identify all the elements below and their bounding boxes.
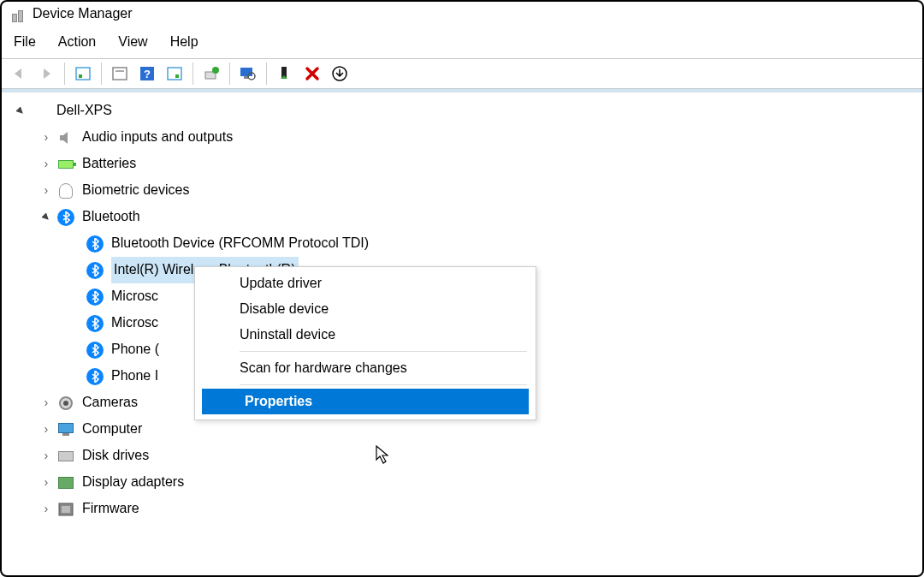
svg-rect-1: [79, 74, 82, 78]
ctx-scan-hardware[interactable]: Scan for hardware changes: [197, 355, 534, 381]
tree-item-label: Bluetooth: [82, 204, 140, 229]
ctx-separator: [240, 384, 527, 385]
computer-icon: [31, 102, 50, 121]
expander-icon[interactable]: ›: [39, 471, 53, 495]
svg-text:?: ?: [144, 68, 151, 80]
expander-icon[interactable]: [39, 213, 53, 222]
tree-item-label: Display adapters: [82, 469, 184, 495]
svg-rect-16: [62, 506, 70, 513]
tree-item-firmware[interactable]: › Firmware: [7, 496, 922, 522]
toolbar-separator: [192, 62, 193, 85]
menu-action[interactable]: Action: [58, 34, 96, 50]
toolbar-separator: [266, 62, 267, 85]
expander-icon[interactable]: ›: [39, 444, 53, 468]
menu-view[interactable]: View: [118, 34, 147, 50]
help-toolbar-button[interactable]: ?: [135, 62, 159, 86]
svg-rect-6: [168, 68, 181, 80]
expander-icon[interactable]: [14, 107, 27, 116]
scan-hardware-toolbar-button[interactable]: [236, 62, 260, 86]
tree-item-display[interactable]: › Display adapters: [7, 469, 922, 496]
tree-item-label: Cameras: [82, 390, 138, 415]
app-icon: [9, 5, 26, 22]
ctx-properties[interactable]: Properties: [202, 389, 529, 414]
fingerprint-icon: [56, 181, 75, 200]
more-actions-button[interactable]: [328, 62, 352, 86]
tree-item-label: Disk drives: [82, 443, 149, 468]
window-title: Device Manager: [33, 6, 133, 21]
tree-item-biometric[interactable]: › Biometric devices: [7, 177, 922, 204]
expander-icon[interactable]: ›: [39, 391, 53, 415]
tree-item-bluetooth[interactable]: Bluetooth: [7, 204, 922, 230]
bluetooth-icon: [86, 341, 104, 360]
tree-item-label: Computer: [82, 416, 142, 442]
svg-point-9: [212, 67, 219, 74]
update-driver-toolbar-button[interactable]: [199, 62, 223, 86]
tree-root[interactable]: Dell-XPS: [7, 98, 922, 124]
ctx-update-driver[interactable]: Update driver: [197, 271, 534, 296]
toolbar-separator: [101, 62, 102, 85]
bluetooth-icon: [86, 314, 104, 333]
tree-item-label: Audio inputs and outputs: [82, 124, 233, 150]
monitor-icon: [56, 420, 75, 439]
title-bar: Device Manager: [2, 2, 922, 27]
tree-item-label: Phone I: [111, 363, 158, 389]
tree-item-label: Firmware: [82, 496, 139, 521]
menu-bar: File Action View Help: [2, 27, 922, 58]
device-tree-pane: Dell-XPS › Audio inputs and outputs › Ba…: [2, 92, 922, 554]
tree-item-label: Microsc: [111, 310, 158, 336]
svg-rect-0: [76, 68, 90, 80]
svg-rect-10: [240, 68, 252, 76]
svg-rect-2: [113, 68, 127, 80]
enable-device-toolbar-button[interactable]: [273, 62, 297, 86]
svg-rect-7: [175, 74, 179, 78]
toolbar-separator: [229, 62, 230, 85]
tree-item-label: Phone (: [111, 336, 159, 362]
show-hidden-button[interactable]: [71, 62, 95, 86]
forward-button[interactable]: [34, 62, 58, 86]
firmware-icon: [56, 500, 75, 519]
bluetooth-icon: [86, 261, 104, 280]
expander-icon[interactable]: ›: [39, 152, 53, 176]
expander-icon[interactable]: ›: [39, 497, 53, 521]
back-button[interactable]: [7, 62, 31, 86]
uninstall-toolbar-button[interactable]: [300, 62, 324, 86]
bluetooth-icon: [86, 367, 104, 386]
battery-icon: [56, 155, 75, 174]
ctx-disable-device[interactable]: Disable device: [197, 296, 534, 322]
svg-rect-3: [116, 70, 124, 72]
tree-item-disk[interactable]: › Disk drives: [7, 443, 922, 469]
menu-file[interactable]: File: [14, 34, 36, 50]
toolbar: ?: [2, 58, 922, 89]
properties-toolbar-button[interactable]: [163, 62, 187, 86]
speaker-icon: [56, 128, 75, 147]
camera-icon: [56, 394, 75, 413]
tree-item-bt-rfcomm[interactable]: · Bluetooth Device (RFCOMM Protocol TDI): [7, 230, 922, 257]
bluetooth-icon: [56, 208, 75, 227]
toolbar-separator: [64, 62, 65, 85]
drive-icon: [56, 447, 75, 466]
expander-icon[interactable]: ›: [39, 126, 53, 150]
expander-icon[interactable]: ›: [39, 179, 53, 203]
bluetooth-icon: [86, 235, 104, 253]
menu-help[interactable]: Help: [170, 34, 198, 50]
tree-item-batteries[interactable]: › Batteries: [7, 151, 922, 177]
ctx-uninstall-device[interactable]: Uninstall device: [197, 322, 534, 348]
ctx-separator: [240, 351, 527, 352]
tree-item-audio[interactable]: › Audio inputs and outputs: [7, 124, 922, 151]
display-adapter-icon: [56, 473, 75, 492]
bluetooth-icon: [86, 288, 104, 306]
tree-root-label: Dell-XPS: [56, 98, 112, 123]
toolbar-button-2[interactable]: [108, 62, 132, 86]
tree-item-label: Batteries: [82, 151, 136, 176]
tree-item-label: Bluetooth Device (RFCOMM Protocol TDI): [111, 230, 369, 256]
expander-icon[interactable]: ›: [39, 418, 53, 442]
tree-item-label: Microsc: [111, 283, 158, 309]
context-menu: Update driver Disable device Uninstall d…: [194, 266, 536, 420]
tree-item-label: Biometric devices: [82, 177, 189, 203]
